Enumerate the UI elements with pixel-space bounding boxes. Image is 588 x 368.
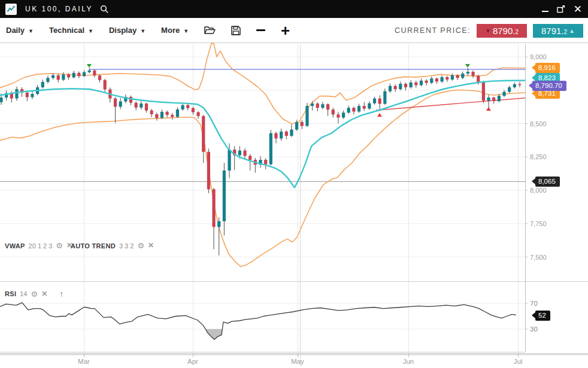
svg-text:30: 30 — [530, 326, 538, 333]
autotrend-indicator-row: AUTO TREND 3 3 2 ⚙ ✕ — [71, 242, 154, 250]
svg-text:9,000: 9,000 — [530, 53, 547, 60]
chevron-down-icon: ▼ — [140, 27, 146, 34]
open-folder-icon[interactable] — [204, 26, 216, 35]
trading-app-window: UK 100, DAILY ✕ Daily ▼ Tec — [0, 0, 588, 368]
svg-text:7,750: 7,750 — [530, 220, 547, 227]
autotrend-params: 3 3 2 — [119, 242, 134, 250]
save-icon[interactable] — [231, 26, 241, 35]
price-badge: 8,916 — [535, 63, 560, 73]
chevron-down-icon: ▼ — [88, 27, 93, 34]
autotrend-label: AUTO TREND — [71, 242, 116, 250]
display-menu[interactable]: Display ▼ — [109, 26, 146, 35]
gear-icon[interactable]: ⚙ — [56, 242, 63, 250]
svg-text:Jul: Jul — [514, 358, 523, 365]
close-icon[interactable]: ✕ — [574, 4, 582, 14]
chevron-down-icon: ▼ — [28, 27, 34, 34]
arrow-up-icon: ▲ — [569, 28, 575, 34]
svg-text:Jun: Jun — [403, 358, 414, 365]
more-menu[interactable]: More ▼ — [161, 26, 189, 35]
technical-menu[interactable]: Technical ▼ — [49, 26, 93, 35]
svg-text:70: 70 — [530, 300, 538, 307]
app-logo-icon — [5, 4, 17, 15]
timeframe-menu[interactable]: Daily ▼ — [6, 26, 34, 35]
vwap-label: VWAP — [5, 242, 25, 250]
move-pane-up-icon[interactable]: ↑ — [59, 289, 63, 299]
close-icon[interactable]: ✕ — [148, 242, 154, 250]
rsi-label: RSI — [5, 290, 16, 297]
vwap-indicator-row: VWAP 20 1 2 3 ⚙ ✕ — [5, 242, 72, 250]
svg-text:8,000: 8,000 — [530, 187, 547, 194]
zoom-out-button[interactable] — [256, 29, 265, 31]
minimize-button[interactable] — [542, 6, 548, 12]
svg-text:May: May — [291, 358, 304, 365]
gear-icon[interactable]: ⚙ — [137, 242, 144, 250]
current-price-label: CURRENT PRICE: — [395, 26, 471, 35]
close-icon[interactable]: ✕ — [41, 290, 47, 298]
chevron-down-icon: ▼ — [183, 27, 189, 34]
ask-price-value: 8791.2 — [541, 26, 567, 36]
vwap-params: 20 1 2 3 — [29, 242, 53, 250]
svg-text:8,250: 8,250 — [530, 153, 547, 160]
svg-text:Apr: Apr — [187, 358, 198, 365]
bid-price-value: 8790.2 — [493, 26, 519, 36]
arrow-down-icon: ▼ — [485, 28, 491, 34]
price-badge: 8,790.70 — [532, 81, 566, 91]
rsi-params: 14 — [20, 290, 27, 297]
display-menu-label: Display — [109, 26, 137, 35]
technical-menu-label: Technical — [49, 26, 84, 35]
timeframe-menu-label: Daily — [6, 26, 25, 35]
zoom-in-button[interactable]: + — [281, 25, 290, 37]
chart-title: UK 100, DAILY — [25, 5, 93, 13]
search-icon[interactable] — [100, 5, 109, 14]
gear-icon[interactable]: ⚙ — [31, 290, 38, 298]
svg-text:Mar: Mar — [78, 358, 90, 365]
bid-price-badge: ▼ 8790.2 — [477, 24, 527, 38]
more-menu-label: More — [161, 26, 180, 35]
price-badge: 52 — [535, 311, 550, 321]
ask-price-badge: 8791.2 ▲ — [533, 24, 583, 38]
popout-button[interactable] — [557, 5, 565, 13]
svg-text:8,500: 8,500 — [530, 120, 547, 127]
chart-toolbar: Daily ▼ Technical ▼ Display ▼ More ▼ — [0, 18, 588, 43]
svg-text:7,500: 7,500 — [530, 254, 547, 261]
rsi-indicator-row: RSI 14 ⚙ ✕ ↑ — [5, 289, 63, 299]
title-bar: UK 100, DAILY ✕ — [0, 0, 588, 18]
price-badge: 8,065 — [535, 177, 560, 187]
price-chart-canvas[interactable]: 9,0008,5008,2508,0007,7507,5007030MarApr… — [0, 43, 588, 368]
